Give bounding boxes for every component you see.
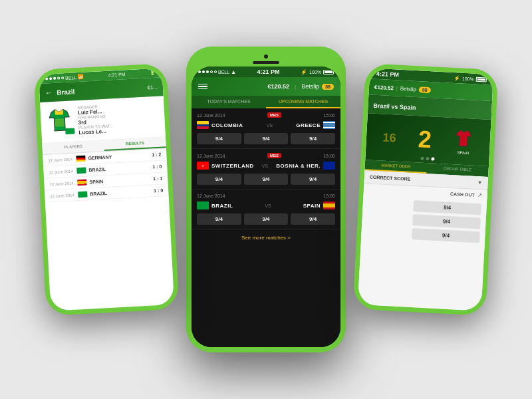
svg-marker-3 [456,130,472,146]
back-arrow[interactable]: ← [45,88,53,98]
match-header: 12 June 2014 15:00 [197,194,335,198]
result-score: 1 : 2 [152,152,161,158]
home-team: BRAZIL [197,201,233,209]
right-odds-3[interactable]: 9/4 [412,228,480,243]
result-score: 1 : 0 [152,164,162,170]
wifi-icon-left: 📶 [78,74,84,80]
result-team: SPAIN [89,177,150,185]
odds-btn-2[interactable]: 9/4 [244,213,289,225]
match-date: 12 June 2014 [197,154,225,158]
menu-icon[interactable] [198,84,207,90]
cashout-icon[interactable]: ↗ [477,192,481,198]
vs-label: VS [267,123,273,128]
bosnia-flag [323,162,335,170]
right-odds-1[interactable]: 9/4 [413,200,481,215]
betslip-count-right[interactable]: 88 [419,86,431,93]
battery-pct-right: 100% [462,76,474,81]
jersey-icon [45,106,73,134]
brazil-flag [197,201,209,209]
odds-btn-1[interactable]: 9/4 [197,213,241,225]
left-team-title: Brazil [57,88,75,96]
phone-right: 4:21 PM ⚡ 100% €120.52 | Betslip 88 Braz… [352,63,498,316]
team-info: MANAGER Luiz Fel... FIFA RANKING 3rd PLA… [77,102,160,136]
result-flag [77,180,86,186]
odds-btn-3[interactable]: 9/4 [291,213,335,225]
cashout-label: CASH OUT [450,192,475,198]
odds-row: 9/4 9/4 9/4 [197,133,335,144]
away-team-name: BOSNIA & HER. [276,163,321,169]
result-team: BRAZIL [90,188,151,196]
status-bar-center: BELL ▲ 4:21 PM ⚡ 100% [192,66,340,77]
balance-right: €120.52 [374,84,394,91]
odds-btn-1[interactable]: 9/4 [197,133,241,144]
correct-score-label: CORRECT SCORE [370,175,411,182]
see-more-link[interactable]: See more matches > [192,229,340,246]
odds-btn-1[interactable]: 9/4 [197,174,241,185]
time-center: 4:21 PM [257,68,280,75]
away-jersey: SPAIN [453,128,474,156]
results-list: 12 June 2014 GERMANY 1 : 2 12 June 2014 … [43,148,169,203]
right-odds-2[interactable]: 9/4 [412,214,481,229]
match-card: 12 June 2014 MBS 15:00 + SWITZERLAND VS [192,149,340,190]
tab-upcoming[interactable]: UPCOMING MATCHES [266,96,340,108]
match-header: 12 June 2014 MBS 15:00 [197,153,335,158]
match-card: 12 June 2014 MBS 15:00 COLOMBIA VS GREEC… [192,108,340,149]
away-team-name: GREECE [296,122,321,128]
match-date: 12 June 2014 [197,113,225,118]
home-team: COLOMBIA [197,121,243,129]
match-time: 15:00 [323,113,335,118]
match-card: 12 June 2014 15:00 BRAZIL VS SPAIN [192,190,340,229]
vs-label: VS [262,164,268,168]
score-home: 16 [382,130,396,145]
greece-flag [323,121,335,129]
score-main: 2 [418,127,432,152]
battery-pct-center: 100% [309,70,321,74]
away-team-name: SPAIN [303,203,321,209]
tab-todays[interactable]: TODAY'S MATCHES [192,96,266,108]
match-tabs: TODAY'S MATCHES UPCOMING MATCHES [192,96,340,108]
home-team-name: COLOMBIA [211,122,243,128]
screen-left: BELL 📶 4:21 PM 🔋 ← Brazil €1... [39,68,174,311]
odds-btn-3[interactable]: 9/4 [291,133,335,144]
balance-left: €1... [147,84,158,90]
betslip-label-center: Betslip [301,83,319,90]
home-team: + SWITZERLAND [197,162,254,170]
result-flag [76,156,85,162]
result-score: 1 : 0 [154,188,163,194]
odds-row: 9/4 9/4 9/4 [197,213,335,225]
phone-left: BELL 📶 4:21 PM 🔋 ← Brazil €1... [33,63,179,316]
odds-btn-2[interactable]: 9/4 [244,174,289,185]
right-odds-list: 9/4 9/4 9/4 [361,195,487,249]
away-team: SPAIN [303,201,335,209]
match-title: Brazil vs Spain [373,102,416,111]
phone-center: BELL ▲ 4:21 PM ⚡ 100% €120.52 | Bet [186,47,346,352]
odds-btn-2[interactable]: 9/4 [244,133,289,144]
match-date: 12 June 2014 [197,194,225,198]
matches-list: 12 June 2014 MBS 15:00 COLOMBIA VS GREEC… [192,108,340,347]
result-team: GERMANY [88,153,149,161]
dropdown-icon[interactable]: ▼ [477,180,482,186]
odds-btn-3[interactable]: 9/4 [291,174,335,185]
score-area: 16 2 SPAIN [365,113,491,166]
camera-center [264,55,268,59]
screen-center: BELL ▲ 4:21 PM ⚡ 100% €120.52 | Bet [192,66,340,347]
switzerland-flag: + [197,162,209,170]
betslip-count[interactable]: 88 [322,84,334,90]
scene: BELL 📶 4:21 PM 🔋 ← Brazil €1... [0,0,532,399]
battery-icon-center [323,70,334,74]
carrier-left: BELL [65,75,76,80]
result-score: 1 : 1 [153,176,162,182]
result-flag [78,192,87,198]
match-teams: BRAZIL VS SPAIN [197,201,335,209]
away-team: GREECE [296,121,335,129]
spain-flag [323,201,335,209]
colombia-flag [197,121,209,129]
mbs-badge: MBS [267,153,281,158]
away-team: BOSNIA & HER. [276,162,335,170]
result-date: 12 June 2014 [50,193,75,198]
battery-icon-right [476,76,487,82]
match-time: 15:00 [323,154,335,158]
odds-row: 9/4 9/4 9/4 [197,174,335,185]
bluetooth-icon-right: ⚡ [454,74,460,81]
balance-center: €120.52 [268,83,290,90]
